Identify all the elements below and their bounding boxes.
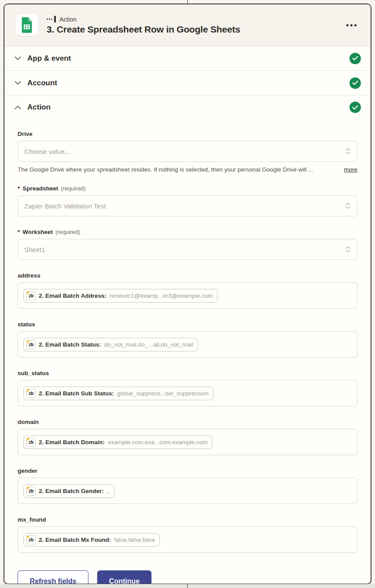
required-marker: * [18,185,20,192]
ellipsis-menu-icon[interactable] [344,22,359,29]
select-value: Zapier Batch Validation Test [24,202,345,210]
token-label: 2. Email Batch Gender: [39,488,104,494]
token-label: 2. Email Batch Sub Status: [39,390,114,397]
field-label: domain [18,419,39,425]
zerobounce-app-icon: zb [26,291,36,300]
zerobounce-app-icon: zb [26,535,36,544]
worksheet-select[interactable]: Sheet1 [18,239,357,260]
checkmark-icon [349,102,361,113]
step-header: Action 3. Create Spreadsheet Row in Goog… [4,4,371,46]
app-tile [16,14,38,36]
mapped-token-pill[interactable]: zb 2. Email Batch Mx Found: false,false,… [23,533,160,547]
connector-line-bottom [187,584,188,588]
mapped-token-pill[interactable]: zb 2. Email Batch Status: do_not_mail,do… [23,338,198,351]
gender-input[interactable]: zb 2. Email Batch Gender: ,, [18,478,357,504]
token-value: ,, [107,488,110,494]
select-chevron-icon [345,202,351,210]
sub-status-input[interactable]: zb 2. Email Batch Sub Status: global_sup… [18,380,357,406]
mapped-token-pill[interactable]: zb 2. Email Batch Sub Status: global_sup… [23,387,213,400]
select-chevron-icon [345,147,351,155]
select-chevron-icon [345,245,351,253]
token-value: do_not_mail,do_...ail,do_not_mail [104,341,193,348]
section-label: Account [27,79,343,88]
required-marker: * [18,229,20,235]
chevron-down-icon [14,56,21,60]
action-form: Drive Choose value... The Google Drive w… [4,119,371,584]
more-link[interactable]: more [344,166,357,173]
token-value: example.com,exa...com,example.com [108,439,208,446]
section-app-event[interactable]: App & event [4,46,371,71]
field-status: status zb 2. Email Batch Status: do_not_… [18,321,357,358]
google-sheets-icon [20,17,34,33]
zerobounce-app-icon: zb [26,389,36,398]
field-sub-status: sub_status zb 2. Email Batch Sub Status:… [18,370,357,406]
field-label: Worksheet [22,229,53,235]
checkmark-icon [349,53,361,64]
token-value: false,false,false [114,537,155,543]
step-title: 3. Create Spreadsheet Row in Google Shee… [47,24,335,35]
section-label: App & event [27,54,343,63]
page-bottom-strip [0,584,375,588]
section-account[interactable]: Account [4,71,371,95]
chevron-up-icon [14,106,21,110]
mapped-token-pill[interactable]: zb 2. Email Batch Domain: example.com,ex… [23,435,213,449]
address-input[interactable]: zb 2. Email Batch Address: receiver1@exa… [18,282,357,309]
refresh-fields-button[interactable]: Refresh fields [18,570,88,584]
field-help-text: The Google Drive where your spreadsheet … [18,166,338,173]
spreadsheet-select[interactable]: Zapier Batch Validation Test [18,195,357,216]
field-mx-found: mx_found zb 2. Email Batch Mx Found: fal… [18,516,357,553]
zerobounce-app-icon: zb [26,340,36,349]
section-label: Action [27,103,343,112]
domain-input[interactable]: zb 2. Email Batch Domain: example.com,ex… [18,429,357,455]
select-placeholder: Choose value... [24,148,345,155]
form-actions: Refresh fields Continue [18,570,357,584]
token-label: 2. Email Batch Status: [39,341,101,348]
field-drive: Drive Choose value... The Google Drive w… [18,131,357,173]
select-value: Sheet1 [24,246,345,253]
token-label: 2. Email Batch Address: [39,292,107,299]
field-spreadsheet: * Spreadsheet (required) Zapier Batch Va… [18,185,357,216]
zerobounce-app-icon: zb [26,438,36,447]
continue-button[interactable]: Continue [97,570,151,584]
mx-found-input[interactable]: zb 2. Email Batch Mx Found: false,false,… [18,526,357,553]
field-domain: domain zb 2. Email Batch Domain: example… [18,419,357,455]
token-value: global_suppress...bal_suppression [117,390,209,397]
field-address: address zb 2. Email Batch Address: recei… [18,272,357,309]
field-label: Spreadsheet [22,185,58,192]
drive-select[interactable]: Choose value... [18,141,357,162]
mapped-token-pill[interactable]: zb 2. Email Batch Gender: ,, [23,484,115,498]
step-type-label: Action [59,16,77,23]
field-label: mx_found [18,516,46,523]
zap-step-card: Action 3. Create Spreadsheet Row in Goog… [4,4,371,584]
required-text: (required) [55,229,80,235]
field-label: Drive [18,131,33,137]
token-label: 2. Email Batch Mx Found: [39,537,111,543]
field-gender: gender zb 2. Email Batch Gender: ,, [18,467,357,504]
step-header-text: Action 3. Create Spreadsheet Row in Goog… [47,16,335,35]
mapped-token-pill[interactable]: zb 2. Email Batch Address: receiver1@exa… [23,289,218,303]
token-value: receiver1@examp...er3@example.com [110,292,213,299]
status-input[interactable]: zb 2. Email Batch Status: do_not_mail,do… [18,331,357,358]
chevron-down-icon [14,81,21,85]
field-worksheet: * Worksheet (required) Sheet1 [18,229,357,260]
field-label: address [18,272,40,279]
field-label: gender [18,467,37,474]
checkmark-icon [349,77,361,89]
field-label: status [18,321,35,328]
section-action[interactable]: Action [4,95,371,119]
zerobounce-app-icon: zb [26,486,36,496]
required-text: (required) [61,185,85,192]
action-type-icon [47,16,56,22]
token-label: 2. Email Batch Domain: [39,439,105,446]
field-label: sub_status [18,370,49,376]
